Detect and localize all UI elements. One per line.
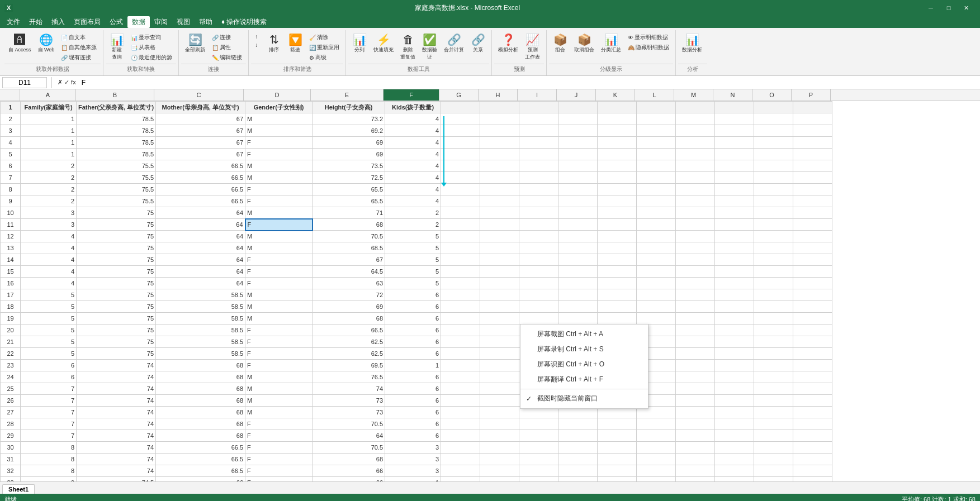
cell-A29[interactable]: 7 bbox=[21, 430, 77, 442]
cell-L30[interactable] bbox=[637, 442, 676, 454]
ctx-record[interactable]: 屏幕录制 Ctrl + Alt + S bbox=[520, 342, 648, 357]
cell-C31[interactable]: 66.5 bbox=[156, 454, 245, 465]
cell-N32[interactable] bbox=[715, 465, 754, 477]
cell-N30[interactable] bbox=[715, 442, 754, 454]
cell-H15[interactable] bbox=[480, 266, 519, 278]
cell-O33[interactable] bbox=[754, 477, 793, 482]
cell-J10[interactable] bbox=[558, 207, 598, 219]
cell-D26[interactable]: M bbox=[245, 395, 313, 407]
cell-A11[interactable]: 3 bbox=[21, 219, 77, 231]
cell-N24[interactable] bbox=[715, 371, 754, 383]
cell-O8[interactable] bbox=[754, 184, 793, 195]
cell-C5[interactable]: 67 bbox=[156, 149, 245, 160]
ribbon-btn-ungroup[interactable]: 📦 取消组合 bbox=[571, 32, 597, 55]
cell-B33[interactable]: 74.5 bbox=[77, 477, 156, 482]
cell-E22[interactable]: 62.5 bbox=[313, 348, 385, 360]
cell-P8[interactable] bbox=[793, 184, 832, 195]
ribbon-btn-subtotal[interactable]: 📊 分类汇总 bbox=[598, 32, 624, 55]
cell-A17[interactable]: 5 bbox=[21, 289, 77, 301]
cell-F21[interactable]: 6 bbox=[385, 336, 441, 348]
cell-C12[interactable]: 64 bbox=[156, 231, 245, 242]
cell-M30[interactable] bbox=[676, 442, 715, 454]
cell-I9[interactable] bbox=[519, 195, 558, 207]
cell-M19[interactable] bbox=[676, 313, 715, 325]
cell-O15[interactable] bbox=[754, 266, 793, 278]
cell-G30[interactable] bbox=[441, 442, 480, 454]
name-box[interactable] bbox=[2, 77, 47, 88]
cell-M17[interactable] bbox=[676, 289, 715, 301]
cell-F11[interactable]: 2 bbox=[385, 219, 441, 231]
cell-C20[interactable]: 58.5 bbox=[156, 325, 245, 336]
cell-J30[interactable] bbox=[558, 442, 598, 454]
cell-H3[interactable] bbox=[480, 125, 519, 137]
cell-E20[interactable]: 66.5 bbox=[313, 325, 385, 336]
cell-I6[interactable] bbox=[519, 160, 558, 172]
cell-N21[interactable] bbox=[715, 336, 754, 348]
cell-A19[interactable]: 5 bbox=[21, 313, 77, 325]
ribbon-btn-advanced[interactable]: ⚙高级 bbox=[306, 53, 342, 63]
cell-F17[interactable]: 6 bbox=[385, 289, 441, 301]
cell-F7[interactable]: 4 bbox=[385, 172, 441, 184]
cell-J31[interactable] bbox=[558, 454, 598, 465]
cell-H28[interactable] bbox=[480, 418, 519, 430]
cell-A10[interactable]: 3 bbox=[21, 207, 77, 219]
cell-O2[interactable] bbox=[754, 113, 793, 125]
ribbon-btn-filter[interactable]: 🔽 筛选 bbox=[285, 32, 305, 55]
cell-M4[interactable] bbox=[676, 137, 715, 149]
cell-A25[interactable]: 7 bbox=[21, 383, 77, 395]
cell-E13[interactable]: 68.5 bbox=[313, 242, 385, 254]
cell-D28[interactable]: F bbox=[245, 418, 313, 430]
cell-L7[interactable] bbox=[637, 172, 676, 184]
cell-P32[interactable] bbox=[793, 465, 832, 477]
cell-E18[interactable]: 69 bbox=[313, 301, 385, 313]
cell-E21[interactable]: 62.5 bbox=[313, 336, 385, 348]
cell-L31[interactable] bbox=[637, 454, 676, 465]
cell-I10[interactable] bbox=[519, 207, 558, 219]
cell-E27[interactable]: 73 bbox=[313, 407, 385, 418]
cell-P26[interactable] bbox=[793, 395, 832, 407]
cell-N13[interactable] bbox=[715, 242, 754, 254]
cell-I3[interactable] bbox=[519, 125, 558, 137]
cell-M6[interactable] bbox=[676, 160, 715, 172]
cell-E5[interactable]: 69 bbox=[313, 149, 385, 160]
cell-J32[interactable] bbox=[558, 465, 598, 477]
cell-H27[interactable] bbox=[480, 407, 519, 418]
cell-O29[interactable] bbox=[754, 430, 793, 442]
menu-file[interactable]: 文件 bbox=[2, 16, 25, 28]
minimize-button[interactable]: ─ bbox=[922, 2, 940, 13]
cell-P4[interactable] bbox=[793, 137, 832, 149]
cell-B14[interactable]: 75 bbox=[77, 254, 156, 266]
cell-P12[interactable] bbox=[793, 231, 832, 242]
cell-M24[interactable] bbox=[676, 371, 715, 383]
cell-C15[interactable]: 64 bbox=[156, 266, 245, 278]
cell-M5[interactable] bbox=[676, 149, 715, 160]
cell-C33[interactable]: 66 bbox=[156, 477, 245, 482]
cell-G21[interactable] bbox=[441, 336, 480, 348]
cell-E28[interactable]: 70.5 bbox=[313, 418, 385, 430]
cell-N29[interactable] bbox=[715, 430, 754, 442]
cell-E23[interactable]: 69.5 bbox=[313, 360, 385, 371]
cell-A9[interactable]: 2 bbox=[21, 195, 77, 207]
cell-E12[interactable]: 70.5 bbox=[313, 231, 385, 242]
cell-F20[interactable]: 6 bbox=[385, 325, 441, 336]
cell-G15[interactable] bbox=[441, 266, 480, 278]
menu-search[interactable]: ♦ 操作说明搜索 bbox=[217, 16, 271, 28]
cell-I18[interactable] bbox=[519, 301, 558, 313]
cell-A33[interactable]: 9 bbox=[21, 477, 77, 482]
cell-D17[interactable]: M bbox=[245, 289, 313, 301]
cell-P25[interactable] bbox=[793, 383, 832, 395]
cell-F25[interactable]: 6 bbox=[385, 383, 441, 395]
cell-A16[interactable]: 4 bbox=[21, 278, 77, 289]
cell-G17[interactable] bbox=[441, 289, 480, 301]
cell-N14[interactable] bbox=[715, 254, 754, 266]
menu-insert[interactable]: 插入 bbox=[47, 16, 69, 28]
col-header-P[interactable]: P bbox=[792, 89, 831, 101]
cell-D6[interactable]: M bbox=[245, 160, 313, 172]
cell-M26[interactable] bbox=[676, 395, 715, 407]
cell-K14[interactable] bbox=[598, 254, 637, 266]
cell-A27[interactable]: 7 bbox=[21, 407, 77, 418]
cell-O24[interactable] bbox=[754, 371, 793, 383]
cell-P23[interactable] bbox=[793, 360, 832, 371]
cell-G12[interactable] bbox=[441, 231, 480, 242]
cell-N26[interactable] bbox=[715, 395, 754, 407]
